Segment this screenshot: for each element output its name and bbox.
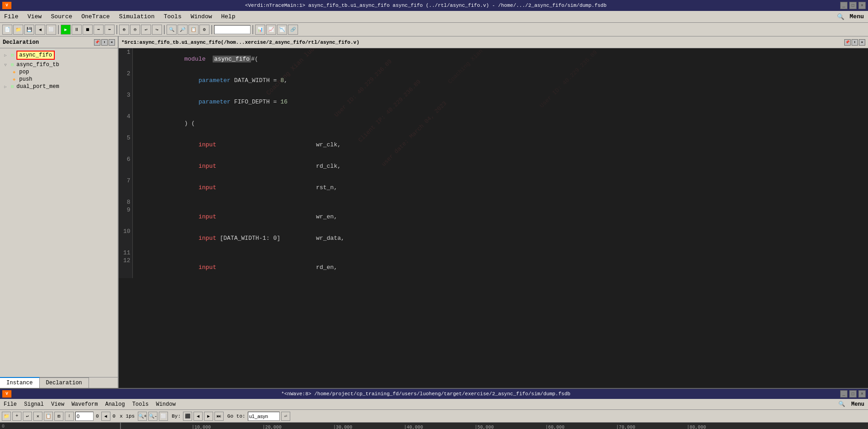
toolbar-btn5[interactable]: ↩: [141, 25, 151, 35]
wave-tb-zoom-in[interactable]: 🔍+: [138, 412, 147, 421]
toolbar-open[interactable]: 📁: [13, 25, 23, 35]
wave-menu-window[interactable]: Window: [155, 401, 177, 408]
tree-item-async-fifo-tb[interactable]: ▽ ⊞ async_fifo_tb: [2, 61, 116, 68]
wave-menu-view[interactable]: View: [50, 401, 66, 408]
toolbar-save[interactable]: 💾: [24, 25, 34, 35]
toolbar-new[interactable]: 📄: [2, 25, 12, 35]
menu-help[interactable]: Help: [220, 12, 237, 21]
wave-minimize-button[interactable]: _: [840, 390, 847, 398]
window-title: <Verdi:nTraceMain:1> async_fifo_tb.u1_as…: [11, 3, 840, 8]
wave-menu-analog[interactable]: Analog: [104, 401, 126, 408]
toolbar-btn12[interactable]: 📈: [266, 25, 276, 35]
toolbar-btn10[interactable]: ⚙: [199, 25, 209, 35]
code-content-6[interactable]: input rd_clk,: [132, 155, 868, 177]
menu-label[interactable]: Menu: [848, 12, 866, 21]
code-content-3[interactable]: parameter FIFO_DEPTH = 16: [132, 91, 868, 113]
menu-window[interactable]: Window: [189, 12, 214, 21]
wave-tb-by1[interactable]: ⬛: [183, 412, 192, 421]
menu-onetrace[interactable]: OneTrace: [79, 12, 111, 21]
minimize-button[interactable]: _: [840, 2, 847, 9]
wave-close-button[interactable]: ×: [858, 390, 866, 398]
wave-tb-grp[interactable]: ⊞: [54, 412, 63, 421]
panel-expand-icon[interactable]: ⬆: [101, 39, 108, 46]
toolbar-btn11[interactable]: 📊: [255, 25, 265, 35]
wave-tb-del[interactable]: ✕: [33, 412, 42, 421]
toolbar-btn9[interactable]: 📋: [188, 25, 199, 35]
toolbar-btn1[interactable]: ◀: [35, 25, 45, 35]
wave-canvas[interactable]: |10,000 |20,000 |30,000 |40,000 |50,000 …: [121, 423, 868, 429]
editor-close-icon[interactable]: ×: [859, 39, 865, 46]
wave-tb-goto-go[interactable]: ⏎: [281, 412, 290, 421]
toolbar-run[interactable]: ▶: [61, 25, 71, 35]
wave-tb-play-end[interactable]: ⏭: [214, 412, 224, 421]
wave-tb-copy[interactable]: 📋: [44, 412, 53, 421]
tab-declaration[interactable]: Declaration: [40, 377, 89, 388]
wave-tb-open[interactable]: 📁: [2, 412, 11, 421]
toolbar-pause[interactable]: ⏸: [72, 25, 82, 35]
wave-tb-undo[interactable]: ↩: [23, 412, 32, 421]
code-editor[interactable]: Coaching Xian luoheng User ID: 40.229.23…: [119, 48, 868, 388]
toolbar-btn14[interactable]: 🔗: [288, 25, 298, 35]
close-button[interactable]: ×: [858, 2, 866, 9]
tree-expand-dual-icon[interactable]: ▷: [3, 84, 8, 89]
tree-item-push[interactable]: ◆ push: [2, 76, 116, 83]
menu-source[interactable]: Source: [49, 12, 74, 21]
code-content-12[interactable]: input rd_en,: [132, 257, 868, 278]
toolbar-search-input[interactable]: [214, 25, 251, 34]
toolbar-btn13[interactable]: 📉: [277, 25, 287, 35]
wave-menu-tools[interactable]: Tools: [131, 401, 150, 408]
panel-close-icon[interactable]: ×: [109, 39, 115, 46]
wave-cursor1-input[interactable]: [75, 412, 94, 421]
toolbar-btn8[interactable]: 🔎: [178, 25, 188, 35]
menu-view[interactable]: View: [26, 12, 43, 21]
tree-expand-tb-icon[interactable]: ▽: [3, 62, 8, 67]
wave-menu-label[interactable]: Menu: [850, 401, 866, 408]
menu-file[interactable]: File: [2, 12, 20, 21]
maximize-button[interactable]: □: [849, 2, 857, 9]
code-content-4[interactable]: ) (: [132, 113, 868, 134]
toolbar-btn3[interactable]: ⊕: [119, 25, 129, 35]
dual-port-mem-label[interactable]: dual_port_mem: [16, 83, 59, 90]
toolbar-btn6[interactable]: ↪: [152, 25, 162, 35]
tab-instance[interactable]: Instance: [0, 377, 40, 388]
wave-menu-waveform[interactable]: Waveform: [70, 401, 99, 408]
code-content-5[interactable]: input wr_clk,: [132, 134, 868, 155]
tree-item-dual-port-mem[interactable]: ▷ ⊞ dual_port_mem: [2, 83, 116, 90]
toolbar-btn7[interactable]: 🔍: [167, 25, 177, 35]
tree-expand-icon[interactable]: ▷: [3, 52, 8, 58]
wave-tb-arr[interactable]: ↕: [65, 412, 74, 421]
menu-tools[interactable]: Tools: [162, 12, 183, 21]
editor-expand-icon[interactable]: ⬆: [852, 39, 858, 46]
toolbar-step[interactable]: ➡: [94, 25, 104, 35]
async-fifo-label[interactable]: async_fifo: [16, 51, 55, 60]
wave-tb-zoom-out[interactable]: 🔍-: [148, 412, 157, 421]
goto-input[interactable]: [248, 412, 280, 421]
wave-tb-play-back[interactable]: ◀: [193, 412, 203, 421]
toolbar-btn4[interactable]: ⊖: [130, 25, 140, 35]
wave-tb-zoom-fit[interactable]: ⬜: [159, 412, 168, 421]
menu-simulation[interactable]: Simulation: [117, 12, 157, 21]
wave-tb-play-fwd[interactable]: ▶: [204, 412, 213, 421]
push-label[interactable]: push: [19, 76, 32, 83]
code-content-9[interactable]: input wr_en,: [132, 206, 868, 227]
tree-item-pop[interactable]: ◆ pop: [2, 68, 116, 76]
wave-tb-add[interactable]: +: [12, 412, 21, 421]
code-content-10[interactable]: input [DATA_WIDTH-1: 0] wr_data,: [132, 227, 868, 249]
code-line-5: 5 input wr_clk,: [119, 134, 868, 155]
wave-menu-file[interactable]: File: [2, 401, 18, 408]
toolbar-stop[interactable]: ⏹: [83, 25, 93, 35]
wave-maximize-button[interactable]: □: [849, 390, 857, 398]
panel-pin-icon[interactable]: 📌: [94, 39, 100, 46]
wave-tb-cursor-prev[interactable]: ◀: [101, 412, 110, 421]
code-content-2[interactable]: parameter DATA_WIDTH = 8,: [132, 70, 868, 91]
code-content-1[interactable]: module async_fifo#(: [132, 48, 868, 70]
code-content-7[interactable]: input rst_n,: [132, 177, 868, 198]
toolbar-btn2[interactable]: ⬜: [46, 25, 56, 35]
wave-menu-signal[interactable]: Signal: [23, 401, 45, 408]
tree-item-async-fifo[interactable]: ▷ ⊞ async_fifo: [2, 50, 116, 60]
panel-tabs: Instance Declaration: [0, 377, 118, 388]
toolbar-back[interactable]: ⬅: [105, 25, 115, 35]
editor-pin-icon[interactable]: 📌: [844, 39, 851, 46]
pop-label[interactable]: pop: [19, 69, 29, 75]
async-fifo-tb-label[interactable]: async_fifo_tb: [16, 62, 59, 68]
